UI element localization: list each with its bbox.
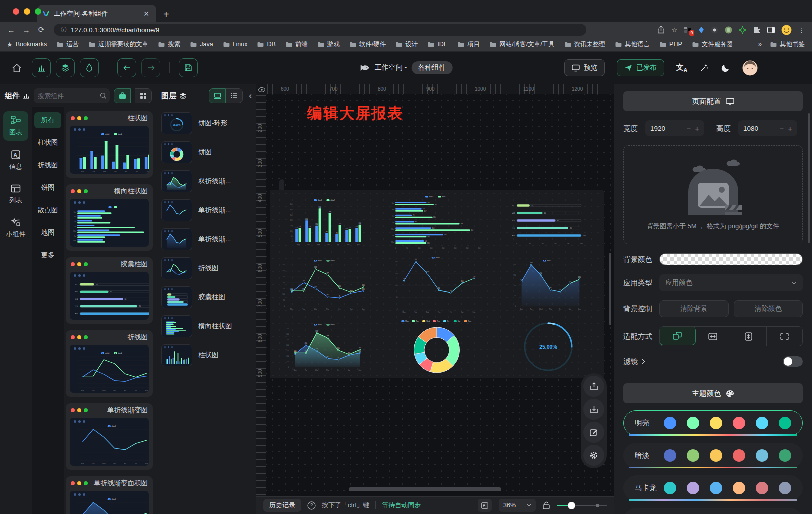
- language-switch-icon[interactable]: 文A: [676, 63, 688, 73]
- workspace-badge[interactable]: 各种组件: [412, 61, 452, 74]
- theme-row-暗淡[interactable]: 暗淡: [624, 443, 803, 468]
- lock-icon[interactable]: [543, 501, 550, 509]
- bookmark-folder[interactable]: 近期需要读的文章: [88, 40, 148, 49]
- color-dot[interactable]: [664, 417, 676, 429]
- maximize-window-button[interactable]: [35, 8, 42, 15]
- window-controls[interactable]: [13, 8, 42, 15]
- help-icon[interactable]: ?: [308, 501, 316, 510]
- chart-double-area[interactable]: data1data2050100150200250300350120200150…: [282, 322, 368, 371]
- dark-mode-moon-icon[interactable]: [721, 63, 730, 73]
- layer-item[interactable]: 单折线渐...: [162, 228, 252, 250]
- new-tab-button[interactable]: +: [164, 9, 170, 20]
- address-bar[interactable]: ⓘ 127.0.0.1:3000/#/chart/home/9: [54, 24, 586, 36]
- edit-icon[interactable]: [584, 422, 604, 443]
- apply-type-select[interactable]: 应用颜色: [660, 274, 803, 291]
- bookmark-folder[interactable]: IDE: [428, 40, 448, 49]
- color-dot[interactable]: [710, 417, 722, 429]
- canvas-vertical-scrollbar[interactable]: [610, 253, 612, 325]
- background-upload-dropzone[interactable]: 背景图需小于 5M ， 格式为 png/jpg/gif 的文件: [624, 145, 803, 244]
- extension-blocks-icon[interactable]: 9: [684, 26, 692, 34]
- bookmark-folder[interactable]: 资讯未整理: [564, 40, 606, 49]
- chart-single-area[interactable]: data10501001502001202001508070110130MonT…: [510, 258, 588, 310]
- color-dot[interactable]: [710, 449, 722, 462]
- color-dot[interactable]: [779, 482, 792, 494]
- component-card[interactable]: 胶囊柱图厦门20南阳40北京60上海80新疆100: [66, 257, 153, 324]
- color-dot[interactable]: [733, 449, 746, 462]
- minimize-window-button[interactable]: [24, 8, 30, 15]
- forward-icon[interactable]: →: [20, 26, 33, 34]
- details-toggle-button[interactable]: [80, 58, 99, 77]
- settings-gear-icon[interactable]: [584, 445, 604, 466]
- bookmark-folder[interactable]: Java: [190, 40, 213, 49]
- bookmark-folder[interactable]: 软件/硬件: [350, 40, 386, 49]
- export-icon[interactable]: [584, 376, 604, 397]
- redo-button[interactable]: [142, 58, 160, 77]
- bookmark-folder[interactable]: 运营: [56, 40, 79, 49]
- color-dot[interactable]: [664, 482, 676, 494]
- color-dot[interactable]: [779, 417, 792, 429]
- reload-icon[interactable]: ⟳: [35, 25, 48, 34]
- component-card[interactable]: 柱状图data1data2MonTueWedThuFriSatSun: [66, 111, 153, 178]
- height-stepper[interactable]: 1080−+: [738, 120, 798, 136]
- tab-close-icon[interactable]: ✕: [142, 10, 152, 18]
- close-window-button[interactable]: [13, 8, 20, 15]
- pin-extension-icon[interactable]: [698, 26, 704, 34]
- theme-row-蓝绿[interactable]: 蓝绿: [624, 508, 803, 514]
- fit-scale-button[interactable]: [660, 326, 696, 345]
- preview-button[interactable]: 预览: [564, 59, 605, 76]
- sidebar-tab-info[interactable]: A信息: [4, 146, 28, 175]
- bookmark-folder[interactable]: 文件服务器: [692, 40, 734, 49]
- chart-pie[interactable]: MonTueWedThuFriSatSun: [383, 319, 491, 374]
- category-item[interactable]: 折线图: [34, 157, 62, 173]
- color-dot[interactable]: [687, 449, 700, 462]
- zoom-slider-handle[interactable]: [568, 502, 576, 509]
- clear-background-button[interactable]: 清除背景: [660, 300, 729, 317]
- bookmark-folder[interactable]: 前端: [286, 40, 308, 49]
- color-dot[interactable]: [687, 417, 700, 429]
- kebab-menu-icon[interactable]: ⋮: [798, 26, 805, 34]
- sidebar-tab-widget[interactable]: 小组件: [4, 214, 28, 243]
- bookmark-folder[interactable]: 网站/博客/文章/工具: [490, 40, 554, 49]
- bookmark-star-icon[interactable]: ☆: [672, 26, 678, 34]
- config-scrollbar[interactable]: [808, 113, 810, 243]
- statusbar-panel-icon[interactable]: [478, 499, 492, 512]
- canvas-text-element[interactable]: 编辑大屏报表: [308, 103, 404, 124]
- category-item[interactable]: 饼图: [34, 180, 62, 196]
- color-dot[interactable]: [756, 449, 768, 462]
- share-icon[interactable]: [658, 26, 665, 34]
- canvas-horizontal-scrollbar[interactable]: [349, 487, 502, 491]
- layer-item[interactable]: 双折线渐...: [162, 170, 252, 192]
- layers-list-view-button[interactable]: [226, 88, 243, 103]
- search-input[interactable]: [38, 92, 98, 100]
- green-star-extension-icon[interactable]: [739, 26, 746, 34]
- color-dot[interactable]: [733, 417, 746, 429]
- bookmark-folder[interactable]: 其他语言: [615, 40, 650, 49]
- color-dot[interactable]: [779, 449, 792, 462]
- puzzle-extensions-icon[interactable]: [753, 26, 761, 34]
- layer-item[interactable]: 折线图: [162, 257, 252, 279]
- layer-item[interactable]: 单折线渐...: [162, 199, 252, 221]
- bookmark-folder[interactable]: 搜索: [158, 40, 180, 49]
- home-icon[interactable]: [12, 63, 22, 73]
- layer-item[interactable]: 25.00%饼图-环形: [162, 112, 252, 134]
- chart-capsule[interactable]: 厦门20南阳40北京60上海80新疆100020406080100: [507, 199, 590, 245]
- color-dot[interactable]: [710, 482, 722, 494]
- back-icon[interactable]: ←: [5, 26, 18, 34]
- zoom-select[interactable]: 36%: [499, 499, 536, 512]
- save-button[interactable]: [179, 58, 198, 77]
- undo-button[interactable]: [118, 58, 136, 77]
- chevron-right-icon[interactable]: [642, 359, 646, 364]
- category-item[interactable]: 柱状图: [34, 135, 62, 151]
- category-item[interactable]: 散点图: [34, 202, 62, 218]
- profile-avatar[interactable]: [782, 25, 792, 35]
- filter-toggle[interactable]: [783, 356, 803, 367]
- collapse-layers-chevron-icon[interactable]: ‹: [249, 91, 252, 101]
- bookmark-folder[interactable]: Linux: [223, 40, 248, 49]
- increment-icon[interactable]: +: [695, 124, 700, 133]
- component-card[interactable]: 单折线渐变面积图data1MonTueWedThuFriSatSun: [66, 476, 153, 514]
- fit-height-button[interactable]: [732, 327, 768, 346]
- category-item[interactable]: 所有: [34, 112, 62, 128]
- decrement-icon[interactable]: −: [686, 124, 691, 133]
- chart-progress-ring[interactable]: 25.00%: [522, 321, 574, 373]
- site-info-icon[interactable]: ⓘ: [61, 26, 67, 34]
